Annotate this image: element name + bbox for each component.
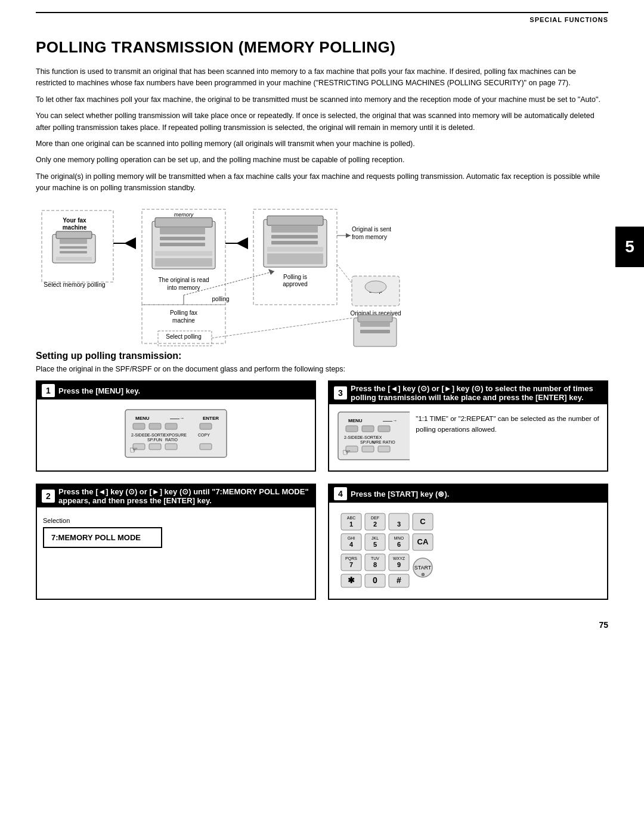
step-4-number: 4 [334, 487, 347, 500]
step-1-header: 1 Press the [MENU] key. [37, 382, 315, 400]
svg-text:MNO: MNO [394, 536, 404, 540]
step-1-text: Press the [MENU] key. [58, 386, 140, 395]
svg-text:1: 1 [349, 521, 353, 528]
svg-rect-54 [360, 322, 390, 327]
svg-text:CA: CA [417, 537, 429, 546]
section-header-text: SPECIAL FUNCTIONS [530, 16, 608, 23]
svg-rect-31 [267, 216, 323, 225]
step-3-text: Press the [◄] key (⊙) or [►] key (⊙) to … [351, 384, 602, 402]
step-3-body: MENU ——→ ENTER 2-SIDED E-SORT/ SP.FUN EX… [329, 404, 607, 467]
svg-rect-53 [358, 315, 392, 322]
svg-text:from memory: from memory [352, 234, 387, 240]
svg-text:0: 0 [373, 575, 377, 585]
steps-grid: 1 Press the [MENU] key. MENU ——→ ENTER [36, 380, 608, 606]
svg-text:——→: ——→ [383, 418, 397, 423]
step-3-header: 3 Press the [◄] key (⊙) or [►] key (⊙) t… [329, 382, 607, 404]
svg-marker-41 [268, 269, 274, 275]
svg-rect-82 [362, 426, 374, 432]
svg-text:——→: ——→ [170, 416, 184, 421]
svg-text:☞: ☞ [129, 445, 138, 455]
svg-rect-33 [271, 235, 318, 239]
svg-text:TUV: TUV [371, 556, 379, 561]
svg-rect-16 [160, 227, 205, 234]
header-bar: SPECIAL FUNCTIONS [36, 12, 608, 27]
svg-text:6: 6 [397, 541, 401, 548]
svg-text:☞: ☞ [342, 447, 351, 457]
page-title: POLLING TRANSMISSION (MEMORY POLLING) [36, 38, 608, 57]
step-2-text: Press the [◄] key (⊙) or [►] key (⊙) unt… [58, 487, 310, 505]
svg-text:The original is read: The original is read [158, 277, 209, 283]
intro-para-1: This function is used to transmit an ori… [36, 66, 608, 89]
svg-rect-17 [160, 237, 205, 240]
svg-rect-64 [165, 423, 177, 429]
page-number-bottom: 75 [36, 620, 608, 630]
svg-text:⊛: ⊛ [421, 572, 425, 577]
svg-rect-5 [60, 239, 87, 244]
svg-text:2: 2 [373, 521, 377, 528]
svg-text:MENU: MENU [348, 418, 363, 423]
svg-text:8: 8 [373, 561, 377, 568]
diagram-svg: Your fax machine Select memory polling m… [36, 199, 608, 351]
step4-keypad-svg: ABC 1 DEF 2 3 C GHI 4 JKL 5 [335, 507, 454, 591]
svg-text:MENU: MENU [135, 416, 150, 421]
step-1-body: MENU ——→ ENTER 2-SIDED E-SORT/ SP.FU [37, 400, 315, 470]
svg-text:GHI: GHI [348, 536, 355, 540]
svg-line-57 [212, 318, 354, 338]
svg-text:approved: approved [283, 281, 308, 287]
svg-rect-74 [165, 444, 177, 450]
svg-text:EX: EX [376, 435, 382, 439]
svg-text:Original is sent: Original is sent [352, 226, 391, 233]
svg-rect-8 [56, 257, 92, 261]
svg-rect-7 [60, 251, 87, 253]
svg-text:Select polling: Select polling [166, 333, 201, 340]
svg-text:DEF: DEF [371, 516, 379, 520]
step-3-block: 3 Press the [◄] key (⊙) or [►] key (⊙) t… [328, 380, 608, 472]
selection-box: Selection 7:MEMORY POLL MODE [43, 516, 309, 548]
step-2-body: Selection 7:MEMORY POLL MODE [37, 507, 315, 553]
svg-text:E-SORT/: E-SORT/ [147, 433, 164, 437]
svg-rect-73 [149, 444, 161, 450]
svg-rect-19 [155, 251, 212, 256]
svg-line-50 [337, 264, 352, 283]
setting-subtext: Place the original in the SPF/RSPF or on… [36, 365, 608, 373]
svg-rect-15 [155, 218, 212, 227]
svg-marker-46 [346, 233, 351, 238]
svg-rect-34 [271, 241, 318, 244]
selection-label: Selection [43, 516, 309, 526]
intro-para-5: Only one memory polling operation can be… [36, 154, 608, 166]
svg-rect-81 [346, 426, 358, 432]
svg-text:4: 4 [349, 541, 354, 548]
step-2-number: 2 [42, 490, 55, 503]
step-2-block: 2 Press the [◄] key (⊙) or [►] key (⊙) u… [36, 484, 316, 600]
svg-rect-6 [60, 246, 87, 249]
step-4-body: ABC 1 DEF 2 3 C GHI 4 JKL 5 [329, 503, 607, 599]
step-2-header: 2 Press the [◄] key (⊙) or [►] key (⊙) u… [37, 485, 315, 507]
svg-text:PQRS: PQRS [345, 556, 357, 561]
intro-para-6: The original(s) in polling memory will b… [36, 171, 608, 194]
step-3-side-text: "1:1 TIME" or "2:REPEAT" can be selected… [416, 414, 601, 435]
svg-text:WXYZ: WXYZ [393, 556, 405, 561]
svg-rect-93 [378, 446, 390, 452]
svg-text:9: 9 [397, 561, 401, 568]
step-3-number: 3 [334, 386, 347, 400]
svg-rect-92 [362, 446, 374, 452]
svg-rect-55 [360, 330, 390, 333]
svg-text:ABC: ABC [347, 516, 355, 520]
svg-text:Polling is: Polling is [283, 274, 307, 280]
svg-rect-32 [271, 225, 318, 233]
svg-text:START: START [414, 565, 432, 571]
svg-text:machine: machine [63, 224, 87, 231]
svg-text:Polling fax: Polling fax [170, 309, 197, 316]
step1-panel-svg: MENU ——→ ENTER 2-SIDED E-SORT/ SP.FU [122, 407, 230, 460]
svg-rect-62 [133, 423, 145, 429]
intro-para-2: To let other fax machines poll your fax … [36, 94, 608, 106]
svg-text:COPY: COPY [198, 433, 210, 437]
step-4-text: Press the [START] key (⊛). [351, 490, 449, 498]
intro-para-3: You can select whether polling transmiss… [36, 110, 608, 134]
svg-text:3: 3 [397, 521, 401, 528]
svg-text:2-SIDED: 2-SIDED [131, 433, 148, 437]
svg-text:polling: polling [212, 296, 230, 302]
page-number: 75 [599, 620, 608, 630]
svg-text:JKL: JKL [371, 536, 379, 540]
svg-text:7: 7 [349, 561, 353, 568]
